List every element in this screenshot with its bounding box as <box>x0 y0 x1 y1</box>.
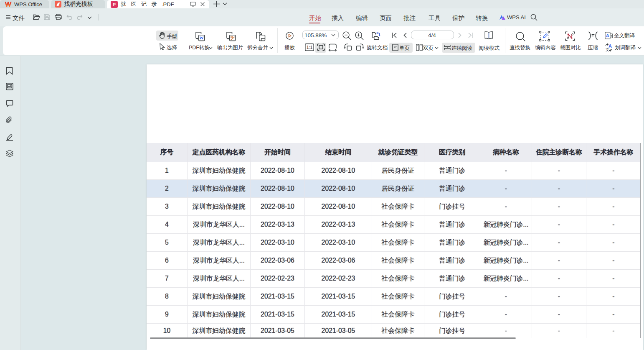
svg-text:1:1: 1:1 <box>307 45 313 50</box>
svg-text:A: A <box>606 33 609 38</box>
svg-text:A: A <box>609 43 612 49</box>
svg-text:P: P <box>113 2 116 7</box>
